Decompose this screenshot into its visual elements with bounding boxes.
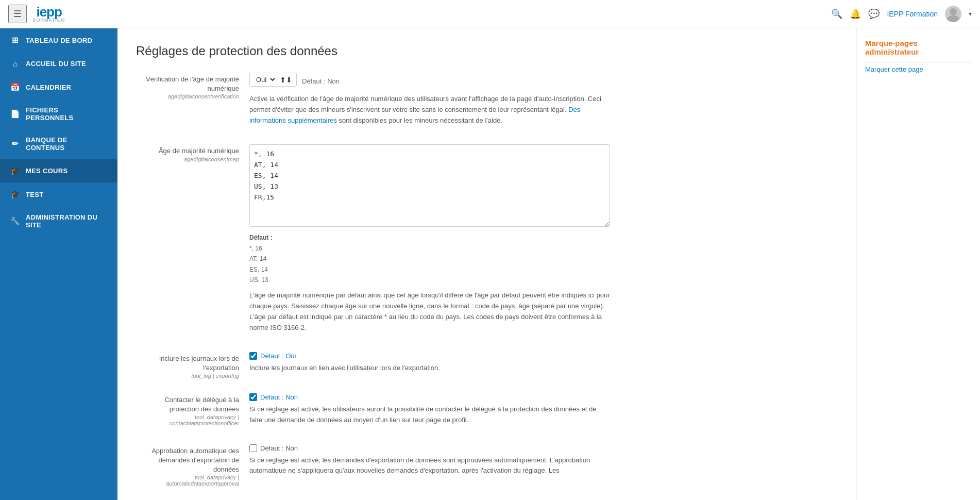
label-contact-dpo: Contacter le délégué à la protection des… [164, 396, 239, 413]
label-auto-approve: Approbation automatique des demandes d'e… [151, 447, 239, 473]
main-layout: ⊞TABLEAU DE BORD⌂ACCUEIL DU SITE📅CALENDR… [0, 28, 980, 500]
sublabel-auto-approve: tool_dataprivacy | automaticdataexportap… [136, 474, 239, 487]
checkbox-row-contact-dpo: Défaut : Non [249, 393, 838, 401]
sidebar-item-tableau-de-bord[interactable]: ⊞TABLEAU DE BORD [0, 28, 117, 52]
label-col-include-logs: Inclure les journaux lors de l'exportati… [136, 352, 249, 379]
mes-cours-icon: 🎓 [10, 166, 21, 175]
settings-row-auto-approve: Approbation automatique des demandes d'e… [136, 444, 838, 487]
label-col-age-map: Âge de majorité numérique agedigitalcons… [136, 144, 249, 162]
banque-de-contenus-icon: ✏ [10, 139, 21, 148]
select-chevron-icon: ⬆⬇ [280, 76, 292, 84]
desc-include-logs: Inclure les journaux en lien avec l'util… [249, 363, 610, 374]
sidebar-item-test[interactable]: 🎓TEST [0, 182, 117, 206]
control-col-contact-dpo: Défaut : Non Si ce réglage est activé, l… [249, 393, 838, 430]
sidebar-item-label-calendrier: CALENDRIER [26, 84, 71, 91]
sidebar-item-label-mes-cours: MES COURS [26, 167, 67, 175]
sidebar-item-label-fichiers-personnels: FICHIERS PERSONNELS [26, 106, 107, 122]
checkbox-label-auto-approve: Défaut : Non [260, 444, 298, 452]
default-val-4: US, 13 [249, 276, 268, 284]
administration-du-site-icon: 🔧 [10, 216, 21, 226]
default-val-3: ES, 14 [249, 266, 268, 273]
label-include-logs: Inclure les journaux lors de l'exportati… [159, 355, 239, 372]
textarea-age-map[interactable]: *, 16 AT, 14 ES, 14 US, 13 FR,15 [249, 144, 610, 227]
settings-row-contact-dpo: Contacter le délégué à la protection des… [136, 393, 838, 430]
sidebar-item-label-test: TEST [26, 191, 43, 198]
settings-row-include-logs: Inclure les journaux lors de l'exportati… [136, 352, 838, 379]
hamburger-button[interactable]: ☰ [8, 5, 27, 23]
bookmark-link[interactable]: Marquer cette page [865, 65, 923, 73]
default-label: Défaut : [249, 234, 273, 241]
logo-text: iepp [36, 5, 61, 19]
default-block-age-map: Défaut : *, 16 AT, 14 ES, 14 US, 13 [249, 232, 610, 285]
bell-icon[interactable]: 🔔 [850, 8, 861, 20]
sidebar-item-fichiers-personnels[interactable]: 📄FICHIERS PERSONNELS [0, 99, 117, 129]
select-age-verification[interactable]: Oui Non [254, 75, 277, 84]
top-header: ☰ iepp FORMATION 🔍 🔔 💬 IEPP Formation ▾ [0, 0, 980, 28]
sidebar-item-calendrier[interactable]: 📅CALENDRIER [0, 75, 117, 99]
sublabel-age-verification: agedigitalconsentverification [136, 93, 239, 99]
username-label[interactable]: IEPP Formation [887, 10, 938, 18]
sidebar-item-administration-du-site[interactable]: 🔧ADMINISTRATION DU SITE [0, 206, 117, 236]
bookmarks-title: Marque-pages administrateur [865, 39, 972, 56]
logo-wrapper: iepp FORMATION [33, 5, 65, 23]
header-right: 🔍 🔔 💬 IEPP Formation ▾ [831, 6, 972, 22]
control-col-age-map: *, 16 AT, 14 ES, 14 US, 13 FR,15 Défaut … [249, 144, 838, 337]
calendrier-icon: 📅 [10, 82, 21, 92]
desc-contact-dpo: Si ce réglage est activé, les utilisateu… [249, 404, 610, 426]
logo-sub: FORMATION [33, 18, 65, 23]
sidebar-item-accueil-du-site[interactable]: ⌂ACCUEIL DU SITE [0, 52, 117, 75]
default-val-2: AT, 14 [249, 255, 266, 262]
checkbox-label-contact-dpo: Défaut : Non [260, 393, 298, 401]
checkbox-row-include-logs: Défaut : Oui [249, 352, 838, 360]
page-title: Réglages de protection des données [136, 44, 838, 58]
content-area: Réglages de protection des données Vérif… [117, 28, 980, 500]
svg-point-0 [950, 8, 957, 15]
checkbox-row-auto-approve: Défaut : Non [249, 444, 838, 452]
fichiers-personnels-icon: 📄 [10, 109, 21, 119]
chat-icon[interactable]: 💬 [868, 8, 880, 20]
label-col-age-verification: Vérification de l'âge de majorité numéri… [136, 73, 249, 99]
label-age-verification: Vérification de l'âge de majorité numéri… [146, 75, 239, 92]
sublabel-age-map: agedigitalconsentmap [136, 156, 239, 162]
divider [865, 62, 972, 63]
sidebar: ⊞TABLEAU DE BORD⌂ACCUEIL DU SITE📅CALENDR… [0, 28, 117, 500]
desc-age-map: L'âge de majorité numérique par défaut a… [249, 290, 610, 333]
accueil-du-site-icon: ⌂ [10, 59, 21, 68]
hamburger-icon: ☰ [13, 8, 22, 20]
tableau-de-bord-icon: ⊞ [10, 36, 21, 45]
control-col-include-logs: Défaut : Oui Inclure les journaux en lie… [249, 352, 838, 378]
default-val-1: *, 16 [249, 245, 262, 252]
avatar[interactable] [945, 6, 961, 22]
sidebar-item-label-banque-de-contenus: BANQUE DE CONTENUS [26, 136, 107, 152]
sidebar-item-mes-cours[interactable]: 🎓MES COURS [0, 159, 117, 182]
label-col-contact-dpo: Contacter le délégué à la protection des… [136, 393, 249, 426]
main-content: Réglages de protection des données Vérif… [117, 28, 856, 500]
settings-row-age-map: Âge de majorité numérique agedigitalcons… [136, 144, 838, 337]
logo-area: iepp FORMATION [33, 5, 65, 23]
checkbox-label-include-logs: Défaut : Oui [260, 352, 296, 360]
sidebar-item-label-tableau-de-bord: TABLEAU DE BORD [26, 37, 92, 44]
checkbox-auto-approve[interactable] [249, 444, 257, 452]
sidebar-item-label-accueil-du-site: ACCUEIL DU SITE [26, 60, 86, 68]
desc-age-verification: Active la vérification de l'âge de major… [249, 94, 610, 126]
chevron-down-icon[interactable]: ▾ [969, 10, 972, 18]
svg-point-1 [947, 15, 959, 22]
label-age-map: Âge de majorité numérique [159, 147, 239, 155]
settings-row-age-verification: Vérification de l'âge de majorité numéri… [136, 73, 838, 130]
sublabel-include-logs: tool_log | exportlog [136, 373, 239, 379]
info-link-age-verification[interactable]: Des informations supplémentaires [249, 106, 580, 124]
control-col-age-verification: Oui Non ⬆⬇ Défaut : Non Active la vérifi… [249, 73, 838, 130]
test-icon: 🎓 [10, 190, 21, 199]
sidebar-item-banque-de-contenus[interactable]: ✏BANQUE DE CONTENUS [0, 129, 117, 159]
right-panel: Marque-pages administrateur Marquer cett… [856, 28, 980, 500]
label-col-auto-approve: Approbation automatique des demandes d'e… [136, 444, 249, 487]
checkbox-include-logs[interactable] [249, 352, 257, 360]
default-text-age-verification: Défaut : Non [302, 77, 340, 85]
sidebar-item-label-administration-du-site: ADMINISTRATION DU SITE [26, 213, 107, 229]
select-wrapper-age-verification[interactable]: Oui Non ⬆⬇ [249, 73, 297, 87]
desc-auto-approve: Si ce réglage est activé, les demandes d… [249, 455, 610, 477]
checkbox-contact-dpo[interactable] [249, 393, 257, 401]
search-icon[interactable]: 🔍 [831, 8, 842, 20]
control-col-auto-approve: Défaut : Non Si ce réglage est activé, l… [249, 444, 838, 481]
sublabel-contact-dpo: tool_dataprivacy | contactdataprotection… [136, 414, 239, 426]
